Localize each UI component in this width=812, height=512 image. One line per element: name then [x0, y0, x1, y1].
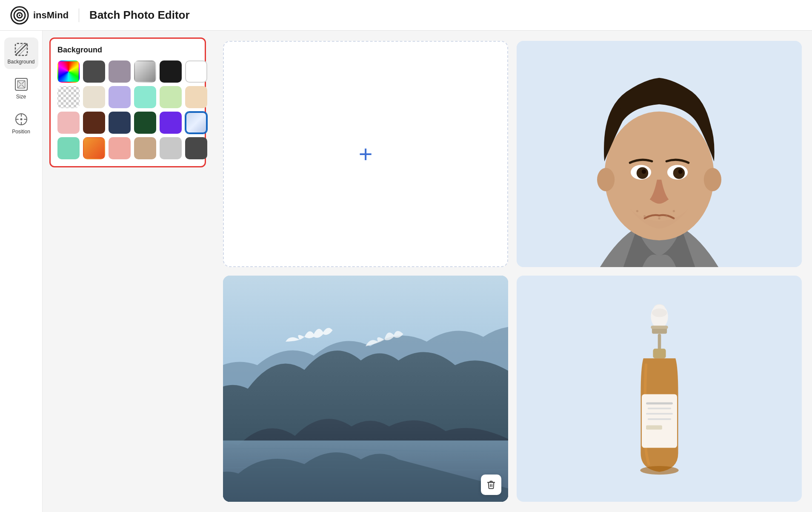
logo-text: insMind — [33, 10, 69, 21]
swatch-gradient-gray[interactable] — [134, 60, 156, 83]
swatch-black[interactable] — [160, 60, 182, 83]
svg-point-39 — [652, 308, 666, 317]
svg-point-29 — [636, 210, 638, 212]
color-grid — [57, 60, 198, 159]
swatch-white[interactable] — [185, 60, 207, 83]
svg-point-31 — [673, 210, 675, 212]
svg-point-50 — [640, 466, 679, 475]
swatch-rainbow[interactable] — [57, 60, 80, 83]
swatch-lavender[interactable] — [109, 86, 131, 108]
swatch-dark-gray[interactable] — [83, 60, 105, 83]
bottle-card — [517, 276, 802, 502]
background-icon — [14, 42, 29, 57]
swatch-teal[interactable] — [57, 137, 80, 159]
swatch-light-blue[interactable] — [185, 112, 207, 134]
swatch-beige[interactable] — [83, 86, 105, 108]
svg-rect-41 — [651, 325, 668, 329]
upload-card[interactable]: + — [223, 41, 508, 267]
swatch-forest[interactable] — [134, 112, 156, 134]
logo-area: insMind — [10, 6, 69, 25]
position-icon — [14, 112, 29, 127]
swatch-charcoal[interactable] — [185, 137, 207, 159]
swatch-purple[interactable] — [160, 112, 182, 134]
svg-rect-47 — [646, 413, 673, 414]
header-title: Batch Photo Editor — [89, 9, 189, 22]
swatch-navy[interactable] — [109, 112, 131, 134]
swatch-peach[interactable] — [185, 86, 207, 108]
delete-mountain-button[interactable] — [481, 475, 501, 495]
main-layout: Background Size — [0, 31, 812, 512]
trash-icon — [486, 480, 496, 489]
svg-point-28 — [678, 170, 683, 174]
swatch-light-gray[interactable] — [160, 137, 182, 159]
swatch-light-green[interactable] — [160, 86, 182, 108]
bottle-illustration — [560, 287, 759, 491]
svg-point-27 — [642, 170, 646, 174]
swatch-tan[interactable] — [134, 137, 156, 159]
content-area: + — [213, 31, 812, 512]
swatch-mint[interactable] — [134, 86, 156, 108]
sidebar-item-size[interactable]: Size — [4, 72, 38, 104]
svg-rect-46 — [647, 408, 671, 409]
swatch-pink[interactable] — [57, 112, 80, 134]
svg-rect-49 — [646, 425, 662, 429]
swatch-mauve[interactable] — [109, 60, 131, 83]
upload-plus-icon: + — [359, 142, 373, 166]
svg-point-22 — [704, 168, 721, 191]
logo-icon — [10, 6, 29, 25]
panel-area: Background — [43, 31, 213, 512]
svg-point-30 — [643, 215, 646, 217]
svg-rect-45 — [646, 402, 673, 404]
svg-point-51 — [658, 348, 661, 354]
man-illustration — [517, 41, 802, 267]
svg-line-5 — [15, 43, 27, 55]
sidebar-background-label: Background — [7, 59, 34, 65]
swatch-light-pink[interactable] — [109, 137, 131, 159]
sidebar-position-label: Position — [12, 129, 30, 135]
mountain-illustration — [223, 276, 508, 502]
panel-title: Background — [57, 46, 198, 55]
sidebar-item-background[interactable]: Background — [4, 37, 38, 69]
svg-point-33 — [658, 217, 660, 219]
sidebar: Background Size — [0, 31, 43, 512]
swatch-orange[interactable] — [83, 137, 105, 159]
mountain-card — [223, 276, 508, 502]
svg-point-11 — [20, 118, 22, 121]
header: insMind Batch Photo Editor — [0, 0, 812, 31]
svg-point-3 — [19, 14, 20, 16]
sidebar-item-position[interactable]: Position — [4, 107, 38, 139]
background-panel: Background — [49, 37, 206, 167]
svg-point-21 — [597, 168, 615, 191]
svg-point-20 — [604, 112, 714, 240]
swatch-transparent[interactable] — [57, 86, 80, 108]
swatch-brown[interactable] — [83, 112, 105, 134]
svg-rect-42 — [658, 334, 661, 350]
size-icon — [14, 77, 29, 92]
svg-rect-48 — [647, 418, 671, 420]
photo-man-card — [517, 41, 802, 267]
sidebar-size-label: Size — [16, 94, 26, 100]
header-divider — [79, 9, 79, 22]
svg-point-32 — [666, 215, 668, 217]
